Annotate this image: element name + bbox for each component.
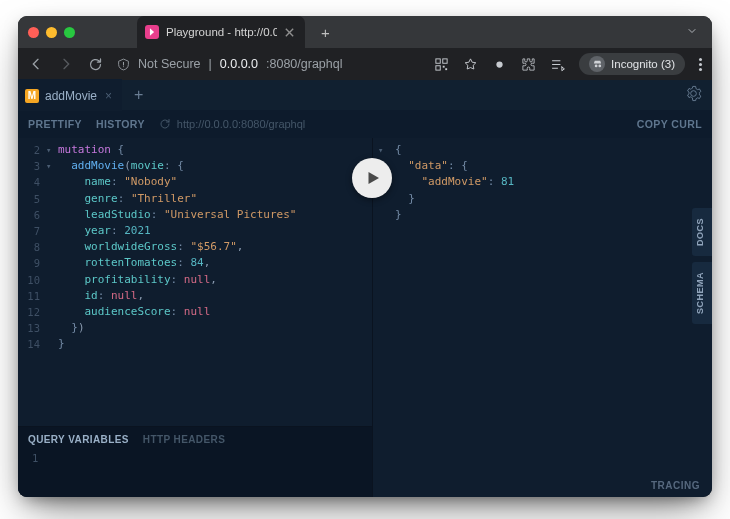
query-editor-pane: 234567891011121314 ▾▾ mutation { addMovi… — [18, 138, 372, 497]
variables-panel: QUERY VARIABLES HTTP HEADERS 1 — [18, 426, 372, 497]
address-path: :8080/graphql — [266, 57, 342, 71]
extension-dot-icon[interactable] — [492, 57, 507, 72]
star-icon[interactable] — [463, 57, 478, 72]
reload-button[interactable] — [88, 57, 103, 72]
puzzle-icon[interactable] — [521, 57, 536, 72]
playground-toolbar: PRETTIFY HISTORY http://0.0.0.0:8080/gra… — [18, 110, 712, 138]
svg-rect-2 — [436, 65, 440, 69]
tracing-button[interactable]: TRACING — [651, 480, 700, 491]
incognito-label: Incognito (3) — [611, 58, 675, 70]
graphql-playground: M addMovie × + PRETTIFY HISTORY http://0… — [18, 80, 712, 497]
reload-endpoint-icon — [159, 118, 171, 130]
browser-tabstrip: Playground - http://0.0.0.0:80 + — [18, 16, 712, 48]
address-host: 0.0.0.0 — [220, 57, 258, 71]
browser-action-icons: Incognito (3) — [434, 53, 702, 75]
incognito-icon — [589, 56, 605, 72]
minimize-window-button[interactable] — [46, 27, 57, 38]
close-playground-tab-button[interactable]: × — [105, 89, 112, 103]
response-viewer[interactable]: ▾ { "data": { "addMovie": 81 } } — [373, 138, 712, 223]
playground-tabbar: M addMovie × + — [18, 80, 712, 110]
browser-toolbar: Not Secure | 0.0.0.0:8080/graphql Incogn… — [18, 48, 712, 80]
tab-query-variables[interactable]: QUERY VARIABLES — [28, 434, 129, 445]
tab-http-headers[interactable]: HTTP HEADERS — [143, 434, 225, 445]
browser-window: Playground - http://0.0.0.0:80 + — [18, 16, 712, 497]
new-tab-button[interactable]: + — [315, 21, 336, 48]
endpoint-url: http://0.0.0.0:8080/graphql — [177, 118, 305, 130]
svg-rect-4 — [445, 68, 447, 70]
tabs-dropdown-button[interactable] — [682, 19, 702, 45]
qr-icon[interactable] — [434, 57, 449, 72]
svg-rect-3 — [443, 65, 445, 67]
svg-rect-0 — [436, 58, 440, 62]
response-pane: ▾ { "data": { "addMovie": 81 } } TRACING — [372, 138, 712, 497]
browser-menu-button[interactable] — [699, 58, 702, 71]
browser-tab-active[interactable]: Playground - http://0.0.0.0:80 — [137, 16, 305, 48]
svg-point-5 — [496, 61, 502, 67]
close-tab-button[interactable] — [284, 27, 295, 38]
playground-tab-active[interactable]: M addMovie × — [18, 79, 122, 111]
play-icon — [364, 169, 382, 187]
playground-new-tab-button[interactable]: + — [122, 87, 155, 103]
playground-tab-label: addMovie — [45, 89, 97, 103]
window-controls — [28, 27, 75, 38]
side-rail: DOCS SCHEMA — [692, 138, 712, 324]
mutation-badge-icon: M — [25, 89, 39, 103]
schema-tab[interactable]: SCHEMA — [692, 262, 712, 324]
history-button[interactable]: HISTORY — [96, 118, 145, 130]
favicon-icon — [145, 25, 159, 39]
copy-curl-button[interactable]: COPY CURL — [637, 118, 702, 130]
docs-tab[interactable]: DOCS — [692, 208, 712, 256]
incognito-badge[interactable]: Incognito (3) — [579, 53, 685, 75]
browser-tab-title: Playground - http://0.0.0.0:80 — [166, 26, 277, 38]
nav-back-button[interactable] — [28, 56, 44, 72]
playlist-icon[interactable] — [550, 57, 565, 72]
svg-rect-1 — [443, 58, 447, 62]
execute-query-button[interactable] — [352, 158, 392, 198]
address-bar[interactable]: Not Secure | 0.0.0.0:8080/graphql — [117, 57, 342, 71]
variables-editor[interactable]: 1 — [18, 452, 372, 464]
nav-forward-button[interactable] — [58, 56, 74, 72]
not-secure-icon — [117, 58, 130, 71]
query-editor[interactable]: 234567891011121314 ▾▾ mutation { addMovi… — [18, 138, 372, 426]
maximize-window-button[interactable] — [64, 27, 75, 38]
endpoint-input[interactable]: http://0.0.0.0:8080/graphql — [159, 118, 305, 130]
close-window-button[interactable] — [28, 27, 39, 38]
playground-settings-button[interactable] — [685, 85, 702, 106]
address-warning: Not Secure — [138, 57, 201, 71]
prettify-button[interactable]: PRETTIFY — [28, 118, 82, 130]
